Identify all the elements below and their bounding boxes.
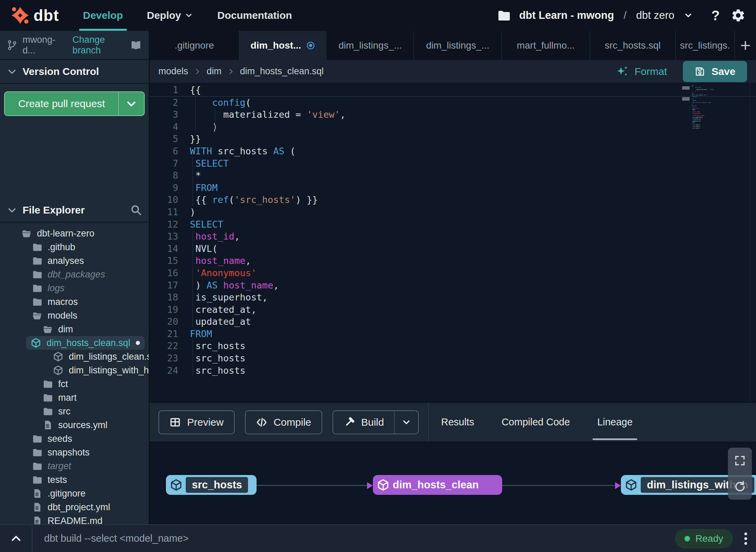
project-account[interactable]: dbt Learn - mwong — [519, 9, 614, 22]
preview-button[interactable]: Preview — [158, 410, 235, 434]
help-icon[interactable]: ? — [712, 8, 720, 23]
nav-item-documentation[interactable]: Documentation — [217, 0, 292, 31]
file-tree-item-dim-hosts-clean-sql[interactable]: dim_hosts_clean.sql — [26, 336, 145, 350]
file-tree-item-tests[interactable]: tests — [0, 473, 149, 487]
file-tree-item-dbt-packages[interactable]: dbt_packages — [0, 268, 149, 281]
project-chevron-down-icon[interactable] — [683, 11, 693, 20]
dbt-logo[interactable] — [10, 5, 30, 25]
panel-tab-results[interactable]: Results — [441, 403, 474, 441]
file-tree-item-dim[interactable]: dim — [0, 322, 149, 336]
file-tree-label: target — [48, 461, 71, 472]
file-tree-item-seeds[interactable]: seeds — [0, 432, 149, 446]
gear-icon[interactable] — [731, 8, 746, 23]
file-tree-item-mart[interactable]: mart — [0, 391, 149, 405]
file-tree-item-analyses[interactable]: analyses — [0, 254, 149, 268]
nav-item-deploy[interactable]: Deploy — [147, 0, 193, 31]
search-icon[interactable] — [130, 204, 142, 216]
main-nav: DevelopDeployDocumentation — [83, 0, 292, 31]
compile-button[interactable]: Compile — [245, 410, 322, 434]
editor-tab-mart-fullmo-[interactable]: mart_fullmo... — [502, 31, 590, 60]
format-button[interactable]: Format — [616, 65, 667, 78]
editor-tab-dim-host-[interactable]: dim_host... — [239, 31, 327, 60]
file-tree-item-models[interactable]: models — [0, 309, 149, 322]
lineage-node-src_hosts[interactable]: src_hosts — [166, 475, 257, 495]
code-content: 1{{2 config(3 materialized = 'view',4 )5… — [149, 83, 756, 376]
breadcrumb: modelsdimdim_hosts_clean.sql — [158, 66, 324, 77]
file-tree-item--gitignore[interactable]: .gitignore — [0, 487, 149, 500]
line-number: 19 — [149, 304, 190, 316]
minimap-change-marker — [682, 97, 690, 101]
tab-label: mart_fullmo... — [517, 40, 575, 51]
lineage-arrowhead — [615, 482, 621, 489]
file-tree-item-sources-yml[interactable]: sources.yml — [0, 418, 149, 432]
editor-tab--gitignore[interactable]: .gitignore — [149, 31, 239, 60]
status-dot — [685, 536, 690, 541]
version-control-header[interactable]: Version Control — [0, 60, 149, 84]
save-button[interactable]: Save — [683, 61, 747, 82]
lineage-node-label: dim_hosts_clean — [393, 479, 479, 491]
kebab-menu[interactable] — [743, 531, 748, 546]
folder-icon — [32, 283, 42, 293]
lineage-edge — [502, 485, 615, 486]
create-pull-request-label[interactable]: Create pull request — [5, 92, 119, 115]
line-number: 9 — [149, 182, 190, 194]
new-tab-button[interactable] — [735, 31, 756, 60]
lineage-node-dim_hosts_clean[interactable]: dim_hosts_clean — [373, 475, 502, 495]
editor-tab-src-listings-[interactable]: src_listings. — [676, 31, 735, 60]
file-tree-item-dim-listings-clean-sql[interactable]: dim_listings_clean.sql — [0, 350, 149, 363]
project-name[interactable]: dbt zero — [636, 9, 675, 22]
create-pull-request-button[interactable]: Create pull request — [4, 91, 145, 116]
editor-tab-dim-listings-[interactable]: dim_listings_... — [327, 31, 414, 60]
docs-book-icon[interactable] — [130, 39, 142, 51]
folder-icon — [42, 406, 53, 416]
line-number: 24 — [149, 364, 190, 377]
file-tree-label: logs — [48, 283, 65, 294]
breadcrumb-item[interactable]: dim_hosts_clean.sql — [240, 66, 324, 77]
file-explorer-header[interactable]: File Explorer — [0, 198, 149, 222]
chevron-down-icon — [126, 98, 137, 110]
lineage-canvas[interactable]: src_hostsdim_hosts_cleandim_listings_wit… — [149, 441, 756, 524]
file-tree-item-dim-listings-with-hosts-[interactable]: dim_listings_with_hosts... — [0, 363, 149, 377]
file-tree-label: fct — [58, 379, 68, 389]
minimap[interactable]: {{ config( materialized = 'view', )}}WIT… — [682, 84, 747, 129]
file-tree-label: dim_listings_clean.sql — [69, 351, 149, 362]
fullscreen-icon[interactable] — [734, 454, 746, 467]
file-tree-item-logs[interactable]: logs — [0, 281, 149, 295]
build-button[interactable]: Build — [333, 410, 419, 434]
file-tree-item-macros[interactable]: macros — [0, 295, 149, 309]
file-tree-item-fct[interactable]: fct — [0, 377, 149, 391]
file-tree-item-dbt-project-yml[interactable]: dbt_project.yml — [0, 500, 149, 514]
file-tree-item-src[interactable]: src — [0, 405, 149, 418]
file-tree-label: .gitignore — [48, 488, 86, 499]
cube-icon — [170, 479, 182, 491]
file-tree-item-snapshots[interactable]: snapshots — [0, 446, 149, 459]
file-tree-label: dbt_project.yml — [48, 502, 110, 513]
button-label: Preview — [187, 416, 224, 428]
folder-icon — [32, 434, 42, 444]
panel-tab-lineage[interactable]: Lineage — [597, 403, 633, 441]
breadcrumb-row: modelsdimdim_hosts_clean.sql Format — [149, 60, 756, 83]
line-number: 8 — [149, 169, 190, 182]
command-bar-toggle[interactable] — [0, 525, 32, 552]
refresh-icon[interactable] — [734, 480, 746, 493]
editor-tab-dim-listings-[interactable]: dim_listings_... — [414, 31, 502, 60]
build-dropdown-caret[interactable] — [394, 411, 418, 434]
line-number: 3 — [149, 108, 190, 121]
file-tree-item-readme-md[interactable]: README.md — [0, 514, 149, 524]
file-tree-item-dbt-learn-zero[interactable]: dbt-learn-zero — [0, 227, 149, 240]
file-tree-label: analyses — [48, 256, 84, 266]
breadcrumb-item[interactable]: models — [158, 66, 188, 77]
create-pull-request-caret[interactable] — [119, 92, 144, 115]
command-input[interactable]: dbt build --select <model_name> — [44, 533, 188, 544]
change-branch-link[interactable]: Change branch — [73, 35, 130, 56]
code-editor[interactable]: 1{{2 config(3 materialized = 'view',4 )5… — [149, 83, 756, 402]
editor-tab-src-hosts-sql[interactable]: src_hosts.sql — [590, 31, 676, 60]
nav-item-develop[interactable]: Develop — [83, 0, 123, 31]
file-tree-item-target[interactable]: target — [0, 459, 149, 473]
file-tree-item--github[interactable]: .github — [0, 240, 149, 254]
chevron-down-icon — [7, 66, 17, 77]
panel-tab-compiled-code[interactable]: Compiled Code — [501, 403, 570, 441]
folder-icon — [32, 256, 42, 266]
minimap-code: {{ config( materialized = 'view', )}}WIT… — [692, 85, 715, 129]
breadcrumb-item[interactable]: dim — [207, 66, 222, 77]
